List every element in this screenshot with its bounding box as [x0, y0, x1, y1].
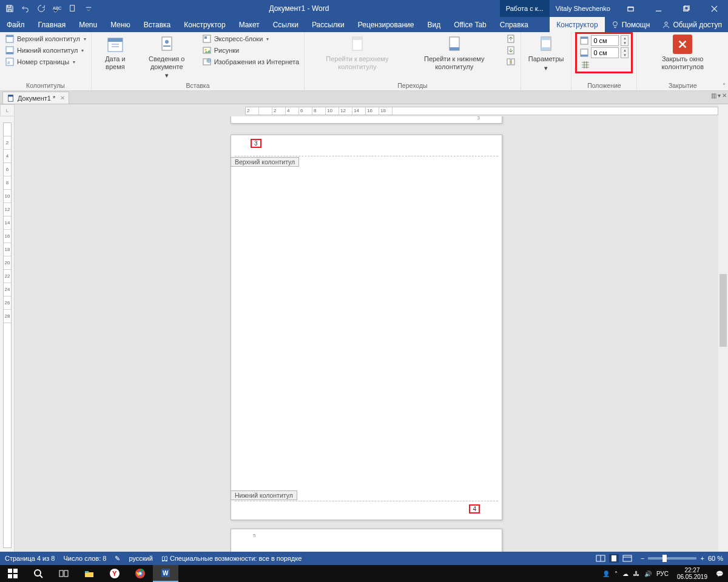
tab-references[interactable]: Ссылки — [266, 17, 305, 32]
options-button[interactable]: Параметры▾ — [525, 33, 568, 81]
tray-up-icon[interactable]: ˄ — [615, 570, 618, 577]
header-from-top-input[interactable] — [591, 35, 619, 46]
pictures-button[interactable]: Рисунки — [201, 45, 300, 56]
tab-menu2[interactable]: Меню — [104, 17, 136, 32]
svg-rect-50 — [13, 574, 18, 578]
svg-text:W: W — [163, 570, 169, 577]
footer-from-bottom[interactable]: ▲▼ — [579, 47, 629, 58]
start-icon[interactable] — [0, 565, 25, 582]
online-pictures-button[interactable]: Изображения из Интернета — [201, 56, 300, 67]
zoom-slider[interactable] — [648, 557, 696, 560]
qat-more-icon[interactable] — [83, 2, 95, 15]
zoom-value[interactable]: 60 % — [708, 555, 723, 562]
status-language[interactable]: русский — [129, 555, 152, 562]
status-a11y[interactable]: 🕮 Специальные возможности: все в порядке — [161, 555, 302, 562]
redo-icon[interactable] — [35, 2, 47, 15]
tray-lang[interactable]: РУС — [656, 570, 669, 577]
share-label: Общий доступ — [673, 21, 722, 29]
tray-people-icon[interactable]: 👤 — [602, 570, 610, 577]
word-icon[interactable]: W — [153, 565, 178, 582]
tabs-dropdown-icon[interactable]: ▾ — [718, 92, 721, 99]
search-icon[interactable] — [25, 565, 51, 582]
zoom-in-icon[interactable]: + — [700, 555, 704, 562]
link-previous-button[interactable] — [505, 56, 517, 67]
tell-me[interactable]: Помощн — [605, 17, 656, 32]
tray-onedrive-icon[interactable]: ☁ — [622, 570, 629, 577]
tab-review[interactable]: Рецензирование — [351, 17, 421, 32]
tray-network-icon[interactable]: 🖧 — [633, 570, 639, 577]
svg-rect-55 — [85, 571, 89, 573]
ruler-corner[interactable]: L — [0, 104, 15, 116]
web-layout-icon — [622, 554, 632, 563]
user-name[interactable]: Vitaly Shevchenko — [550, 5, 616, 12]
tab-help[interactable]: Справка — [493, 17, 535, 32]
svg-rect-28 — [450, 47, 459, 50]
tray-volume-icon[interactable]: 🔊 — [644, 570, 652, 577]
zoom-out-icon[interactable]: − — [641, 555, 644, 562]
proofing-icon[interactable]: ✎ — [115, 555, 120, 563]
task-view-icon[interactable] — [51, 565, 76, 582]
tab-insert[interactable]: Вставка — [137, 17, 178, 32]
bottom-page-number-highlight: 4 — [469, 504, 480, 513]
zoom-control[interactable]: − + 60 % — [641, 555, 723, 562]
close-icon[interactable] — [700, 0, 728, 17]
scrollbar-thumb[interactable] — [720, 274, 727, 347]
tab-mailings[interactable]: Рассылки — [305, 17, 351, 32]
footer-button[interactable]: Нижний колонтитул▾ — [4, 45, 87, 56]
page-number-button[interactable]: #Номер страницы▾ — [4, 56, 87, 67]
page-canvas[interactable]: ……… 3 3 Верхний колонтитул Нижний колонт… — [15, 116, 718, 554]
page-current[interactable]: 3 Верхний колонтитул Нижний колонтитул 4 — [231, 135, 502, 520]
save-icon[interactable] — [4, 2, 16, 15]
ribbon-tabs: Файл Главная Menu Меню Вставка Конструкт… — [0, 17, 728, 32]
chrome-icon[interactable] — [127, 565, 153, 582]
new-doc-icon[interactable]: ▥ — [711, 92, 716, 99]
svg-rect-35 — [541, 47, 551, 50]
prev-section-button[interactable] — [505, 33, 517, 44]
svg-rect-31 — [507, 59, 510, 65]
footer-from-bottom-input[interactable] — [591, 47, 619, 58]
tab-home[interactable]: Главная — [32, 17, 73, 32]
status-page[interactable]: Страница 4 из 8 — [5, 555, 55, 562]
svg-point-51 — [35, 570, 41, 576]
vertical-ruler[interactable]: 246810121416182022242628 — [0, 116, 15, 554]
horizontal-ruler[interactable]: L 224681012141618 — [0, 104, 718, 116]
tab-view[interactable]: Вид — [420, 17, 447, 32]
spelling-icon[interactable]: ABC — [51, 2, 63, 15]
vertical-scrollbar[interactable] — [718, 104, 728, 554]
document-tab[interactable]: Документ1 * ✕ — [2, 92, 69, 104]
maximize-icon[interactable] — [672, 0, 700, 17]
collapse-ribbon-icon[interactable]: ˄ — [723, 82, 726, 89]
tab-menu1[interactable]: Menu — [72, 17, 104, 32]
tab-file[interactable]: Файл — [0, 17, 32, 32]
yandex-icon[interactable]: Y — [102, 565, 127, 582]
close-tab-icon[interactable]: ✕ — [60, 95, 65, 101]
svg-rect-54 — [64, 570, 68, 577]
ribbon-display-icon[interactable] — [616, 0, 644, 17]
contextual-tab-header[interactable]: Работа с к... — [500, 0, 550, 17]
next-section-button[interactable] — [505, 45, 517, 56]
tab-layout[interactable]: Макет — [232, 17, 266, 32]
insert-align-tab-button[interactable] — [579, 59, 629, 70]
new-icon[interactable] — [67, 2, 79, 15]
view-buttons[interactable] — [596, 554, 632, 563]
tabs-close-icon[interactable]: ✕ — [722, 92, 727, 99]
undo-icon[interactable] — [19, 2, 32, 15]
go-to-footer-button[interactable]: Перейти к нижнему колонтитулу — [406, 33, 502, 81]
header-button[interactable]: Верхний колонтитул▾ — [4, 33, 87, 44]
header-from-top[interactable]: ▲▼ — [579, 35, 629, 46]
tray-clock[interactable]: 22:2706.05.2019 — [673, 567, 711, 580]
explorer-icon[interactable] — [76, 565, 102, 582]
tray-notifications-icon[interactable]: 💬 — [716, 570, 723, 577]
close-header-footer-button[interactable]: Закрыть окно колонтитулов — [641, 33, 724, 81]
date-time-button[interactable]: Дата и время — [95, 33, 135, 81]
spinner-arrows[interactable]: ▲▼ — [621, 47, 629, 58]
tab-hf-design[interactable]: Конструктор — [550, 17, 604, 32]
minimize-icon[interactable] — [644, 0, 672, 17]
spinner-arrows[interactable]: ▲▼ — [621, 35, 629, 46]
tab-design[interactable]: Конструктор — [177, 17, 232, 32]
share-button[interactable]: Общий доступ — [656, 17, 728, 32]
doc-info-button[interactable]: Сведения о документе▾ — [135, 33, 198, 81]
tab-office[interactable]: Office Tab — [447, 17, 493, 32]
status-words[interactable]: Число слов: 8 — [63, 555, 106, 562]
quick-parts-button[interactable]: Экспресс-блоки▾ — [201, 33, 300, 44]
